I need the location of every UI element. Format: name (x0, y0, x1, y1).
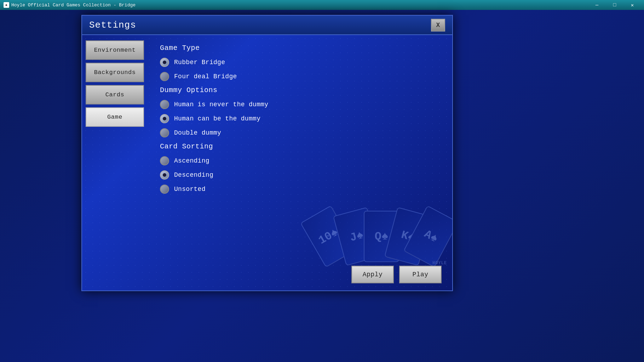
settings-content: Game Type Rubber Bridge Four deal Bridge… (148, 35, 452, 290)
game-type-section: Game Type Rubber Bridge Four deal Bridge (160, 44, 440, 81)
radio-circle-descending (160, 170, 169, 180)
sidebar-item-environment[interactable]: Environment (86, 40, 144, 60)
radio-circle-human-can-be-dummy (160, 114, 169, 123)
radio-label-rubber-bridge: Rubber Bridge (174, 59, 225, 66)
apply-button[interactable]: Apply (351, 266, 394, 283)
sidebar-item-game[interactable]: Game (86, 107, 144, 127)
radio-label-ascending: Ascending (174, 157, 209, 164)
radio-circle-double-dummy (160, 128, 169, 137)
settings-close-button[interactable]: X (431, 19, 445, 32)
sidebar-item-cards[interactable]: Cards (86, 85, 144, 104)
dummy-options-section: Dummy Options Human is never the dummy H… (160, 86, 440, 137)
game-type-heading: Game Type (160, 44, 440, 52)
maximize-button[interactable]: □ (606, 0, 623, 10)
settings-dialog: Settings X Environment Backgrounds Cards… (81, 15, 453, 291)
radio-circle-ascending (160, 156, 169, 165)
radio-circle-unsorted (160, 185, 169, 194)
radio-label-double-dummy: Double dummy (174, 129, 221, 136)
radio-human-can-be-dummy[interactable]: Human can be the dummy (160, 114, 440, 123)
hoyle-logo: HOYLE (432, 261, 447, 266)
radio-human-never-dummy[interactable]: Human is never the dummy (160, 100, 440, 109)
radio-circle-rubber-bridge (160, 58, 169, 67)
card-sorting-heading: Card Sorting (160, 142, 440, 151)
radio-label-descending: Descending (174, 171, 213, 179)
radio-four-deal-bridge[interactable]: Four deal Bridge (160, 72, 440, 81)
app-icon: ♠ (4, 2, 9, 8)
window-close-button[interactable]: ✕ (624, 0, 640, 10)
radio-label-human-never-dummy: Human is never the dummy (174, 101, 268, 108)
radio-ascending[interactable]: Ascending (160, 156, 440, 165)
radio-label-four-deal-bridge: Four deal Bridge (174, 73, 237, 80)
radio-circle-human-never-dummy (160, 100, 169, 109)
settings-body: Environment Backgrounds Cards Game Game … (82, 35, 452, 290)
window-controls: — □ ✕ (589, 0, 640, 10)
title-bar: ♠ Hoyle Official Card Games Collection -… (0, 0, 644, 10)
radio-rubber-bridge[interactable]: Rubber Bridge (160, 58, 440, 67)
cards-decoration: 10♠ J♠ Q♠ K♠ A♠ HOYLE (307, 166, 449, 266)
radio-label-human-can-be-dummy: Human can be the dummy (174, 115, 260, 122)
radio-double-dummy[interactable]: Double dummy (160, 128, 440, 137)
bottom-buttons: Apply Play (351, 266, 442, 283)
play-button[interactable]: Play (399, 266, 442, 283)
radio-label-unsorted: Unsorted (174, 186, 206, 193)
window-title: Hoyle Official Card Games Collection - B… (11, 2, 589, 8)
settings-titlebar: Settings X (82, 16, 452, 35)
sidebar-item-backgrounds[interactable]: Backgrounds (86, 63, 144, 82)
minimize-button[interactable]: — (589, 0, 605, 10)
radio-circle-four-deal-bridge (160, 72, 169, 81)
settings-sidebar: Environment Backgrounds Cards Game (82, 35, 148, 290)
settings-title: Settings (89, 20, 136, 30)
dummy-options-heading: Dummy Options (160, 86, 440, 94)
